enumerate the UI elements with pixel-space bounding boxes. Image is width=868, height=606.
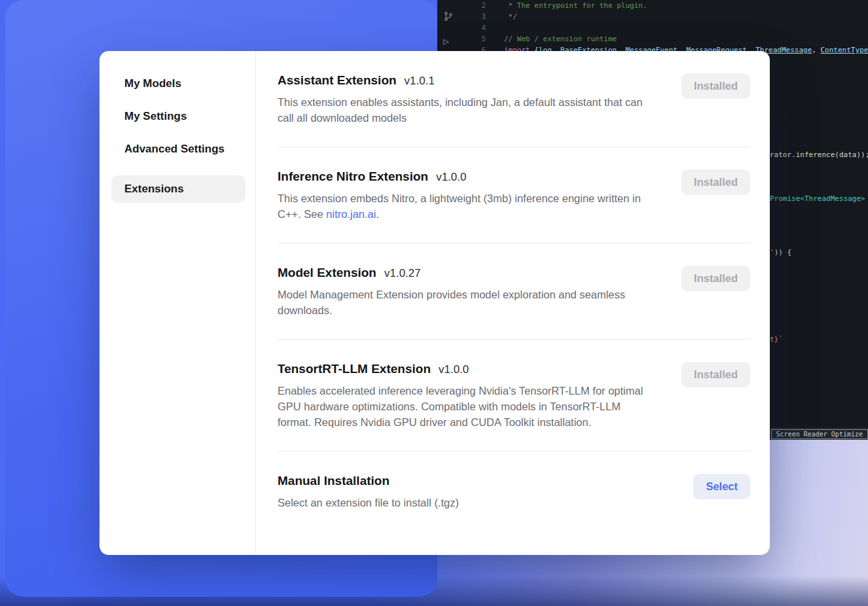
installed-button[interactable]: Installed bbox=[681, 169, 750, 195]
extension-row-inference-nitro: Inference Nitro Extension v1.0.0 This ex… bbox=[278, 147, 750, 243]
sidebar-item-my-settings[interactable]: My Settings bbox=[124, 110, 245, 124]
installed-button[interactable]: Installed bbox=[681, 362, 750, 387]
code-line: 4 bbox=[437, 22, 868, 33]
extension-name: TensortRT-LLM Extension bbox=[278, 362, 431, 376]
code-line: 3 */ bbox=[437, 11, 868, 22]
code-text bbox=[486, 22, 504, 33]
code-line: 5 // Web / extension runtime bbox=[437, 33, 868, 45]
code-fragment: ')) { bbox=[770, 248, 791, 257]
manual-installation-description: Select an extension file to install (.tg… bbox=[278, 495, 459, 510]
extension-description: Model Management Extension provides mode… bbox=[278, 287, 654, 318]
code-fragment: t}` bbox=[770, 335, 783, 344]
extensions-list: Assistant Extension v1.0.1 This extensio… bbox=[256, 51, 770, 555]
line-number: 2 bbox=[437, 0, 486, 11]
screen-reader-optimize-button[interactable]: Screen Reader Optimize bbox=[771, 429, 868, 439]
nitro-jan-ai-link[interactable]: nitro.jan.ai bbox=[326, 208, 376, 220]
sidebar-item-advanced-settings[interactable]: Advanced Settings bbox=[124, 143, 245, 157]
extension-row-model: Model Extension v1.0.27 Model Management… bbox=[278, 243, 750, 340]
extension-version: v1.0.27 bbox=[384, 267, 421, 280]
extension-name: Model Extension bbox=[278, 266, 376, 280]
line-number: 3 bbox=[437, 11, 486, 22]
stage: ▷ 2 * The entrypoint for the plugin. 3 *… bbox=[0, 0, 868, 606]
select-file-button[interactable]: Select bbox=[693, 474, 750, 499]
code-line: 2 * The entrypoint for the plugin. bbox=[437, 0, 868, 11]
extension-name: Inference Nitro Extension bbox=[278, 169, 428, 184]
extension-row-assistant: Assistant Extension v1.0.1 This extensio… bbox=[278, 73, 750, 147]
code-text: * The entrypoint for the plugin. bbox=[486, 0, 647, 11]
settings-modal: My Models My Settings Advanced Settings … bbox=[99, 51, 770, 555]
extension-version: v1.0.0 bbox=[439, 363, 469, 376]
extension-description: This extension enables assistants, inclu… bbox=[278, 94, 654, 126]
extension-row-tensorrt-llm: TensortRT-LLM Extension v1.0.0 Enables a… bbox=[278, 340, 750, 452]
code-lines: 2 * The entrypoint for the plugin. 3 */ … bbox=[437, 0, 868, 56]
line-number: 5 bbox=[437, 33, 486, 45]
line-number: 4 bbox=[437, 22, 486, 33]
extension-version: v1.0.1 bbox=[405, 75, 435, 88]
manual-installation-title: Manual Installation bbox=[278, 474, 389, 488]
sidebar-item-my-models[interactable]: My Models bbox=[124, 77, 245, 92]
code-text: // Web / extension runtime bbox=[486, 33, 617, 45]
code-text: */ bbox=[486, 11, 517, 22]
extension-description: This extension embeds Nitro, a lightweig… bbox=[278, 190, 654, 222]
manual-installation-row: Manual Installation Select an extension … bbox=[278, 452, 750, 531]
extension-version: v1.0.0 bbox=[436, 171, 466, 184]
settings-sidebar: My Models My Settings Advanced Settings … bbox=[99, 51, 256, 555]
code-fragment: rator.inference(data)); bbox=[770, 151, 868, 159]
installed-button[interactable]: Installed bbox=[681, 266, 750, 291]
sidebar-item-extensions[interactable]: Extensions bbox=[111, 175, 245, 203]
installed-button[interactable]: Installed bbox=[681, 73, 750, 99]
code-fragment: Promise<ThreadMessage> bbox=[770, 194, 865, 203]
extension-description: Enables accelerated inference leveraging… bbox=[278, 383, 654, 430]
extension-name: Assistant Extension bbox=[278, 73, 397, 88]
